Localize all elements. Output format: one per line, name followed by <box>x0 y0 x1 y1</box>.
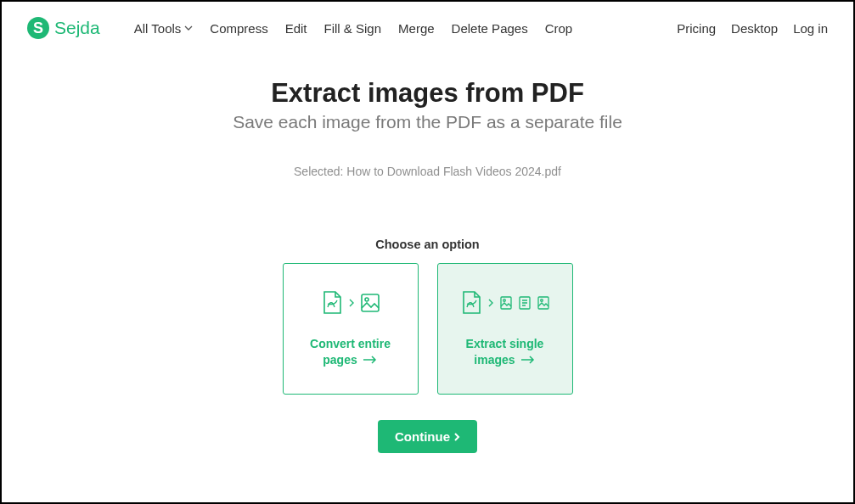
nav-right: Pricing Desktop Log in <box>677 21 828 36</box>
nav-pricing[interactable]: Pricing <box>677 21 716 36</box>
brand-name: Sejda <box>54 18 100 38</box>
option-extract-line2: images <box>474 352 515 368</box>
option-extract-icons <box>460 290 550 316</box>
option-extract-line1: Extract single <box>466 336 544 352</box>
chevron-down-icon <box>184 24 193 32</box>
option-extract-label: Extract single images <box>466 336 544 368</box>
pdf-file-icon <box>321 290 343 316</box>
svg-rect-0 <box>362 294 379 311</box>
main-content: Extract images from PDF Save each image … <box>2 48 853 453</box>
nav-item-label: All Tools <box>134 21 182 36</box>
option-convert-entire-pages[interactable]: Convert entire pages <box>283 263 419 395</box>
brand[interactable]: S Sejda <box>27 17 100 39</box>
arrow-right-icon <box>363 355 378 365</box>
option-convert-line1: Convert entire <box>310 336 391 352</box>
nav-left: All Tools Compress Edit Fill & Sign Merg… <box>134 21 572 36</box>
nav-login[interactable]: Log in <box>793 21 828 36</box>
nav-delete-pages[interactable]: Delete Pages <box>452 21 528 36</box>
option-convert-line2: pages <box>323 352 357 368</box>
continue-button-label: Continue <box>395 429 450 444</box>
image-small-icon <box>537 295 550 311</box>
continue-button[interactable]: Continue <box>378 420 477 453</box>
header: S Sejda All Tools Compress Edit Fill & S… <box>2 2 853 48</box>
page-title: Extract images from PDF <box>2 78 853 109</box>
choose-option-label: Choose an option <box>2 238 853 251</box>
svg-rect-2 <box>501 297 511 309</box>
selected-file-label: Selected: How to Download Flash Videos 2… <box>2 165 853 178</box>
chevron-right-icon <box>487 299 494 307</box>
nav-crop[interactable]: Crop <box>545 21 573 36</box>
svg-point-1 <box>365 298 368 301</box>
brand-logo-icon: S <box>27 17 49 39</box>
svg-point-6 <box>540 299 543 301</box>
nav-compress[interactable]: Compress <box>210 21 267 36</box>
nav-all-tools[interactable]: All Tools <box>134 21 194 36</box>
option-convert-icons <box>321 290 380 316</box>
page-subtitle: Save each image from the PDF as a separa… <box>2 112 853 132</box>
image-small-icon <box>518 295 532 311</box>
svg-point-3 <box>503 299 505 301</box>
pdf-file-icon <box>460 290 482 316</box>
option-convert-label: Convert entire pages <box>310 336 391 368</box>
svg-rect-5 <box>538 297 548 309</box>
chevron-right-icon <box>453 432 460 442</box>
option-extract-single-images[interactable]: Extract single images <box>437 263 573 395</box>
nav-merge[interactable]: Merge <box>398 21 435 36</box>
chevron-right-icon <box>348 299 355 307</box>
nav-fill-sign[interactable]: Fill & Sign <box>324 21 382 36</box>
nav-edit[interactable]: Edit <box>285 21 307 36</box>
image-file-icon <box>360 293 380 313</box>
arrow-right-icon <box>520 355 536 365</box>
nav-desktop[interactable]: Desktop <box>731 21 778 36</box>
options-row: Convert entire pages Extract single <box>2 263 853 395</box>
image-small-icon <box>499 295 513 311</box>
